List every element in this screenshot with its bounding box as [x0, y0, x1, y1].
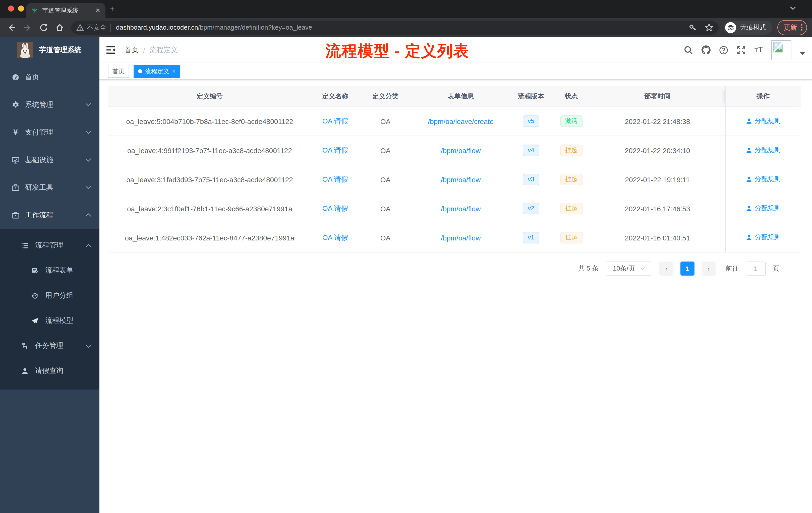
form-info-link[interactable]: /bpm/oa/flow — [441, 234, 481, 242]
assign-rule-button[interactable]: 分配规则 — [746, 146, 781, 155]
sidebar-item-label: 基础设施 — [25, 155, 85, 164]
col-definition-category: 定义分类 — [359, 86, 412, 107]
sidebar-item-user-group[interactable]: 用户分组 — [0, 283, 99, 308]
sidebar-item-home[interactable]: 首页 — [0, 63, 99, 91]
not-secure-warning-icon[interactable] — [76, 24, 84, 31]
yen-icon: ¥ — [11, 128, 20, 136]
breadcrumb-current: 流程定义 — [150, 46, 178, 55]
deploy-time-cell: 2022-01-22 21:48:38 — [590, 107, 725, 136]
form-info-link[interactable]: /bpm/oa/leave/create — [428, 117, 494, 125]
sidebar-item-label: 请假查询 — [35, 366, 91, 375]
deploy-time-cell: 2022-01-22 19:19:11 — [590, 165, 725, 194]
pagination-total: 共 5 条 — [578, 264, 599, 273]
tab-close-icon[interactable]: ✕ — [95, 7, 100, 13]
incognito-badge: 无痕模式 — [724, 20, 772, 34]
table-row: oa_leave:3:1fad3d93-7b75-11ec-a3c8-acde4… — [108, 165, 801, 194]
forward-icon[interactable] — [23, 23, 32, 32]
category-cell: OA — [359, 136, 412, 165]
definition-name-link[interactable]: OA 请假 — [322, 233, 348, 241]
reload-icon[interactable] — [39, 23, 48, 32]
person-icon — [746, 147, 752, 154]
form-info-link[interactable]: /bpm/oa/flow — [441, 146, 481, 154]
url-host[interactable]: dashboard.yudao.iocoder.cn — [116, 24, 198, 31]
sidebar-item-workflow[interactable]: 工作流程 — [0, 201, 99, 229]
category-cell: OA — [359, 107, 412, 136]
sidebar-item-system[interactable]: 系统管理 — [0, 91, 99, 118]
status-badge: 挂起 — [560, 174, 582, 185]
definition-name-link[interactable]: OA 请假 — [322, 175, 348, 183]
sidebar-item-task-management[interactable]: 任务管理 — [0, 333, 99, 358]
sidebar-item-label: 流程模型 — [45, 316, 91, 325]
help-icon[interactable] — [719, 46, 728, 55]
sidebar-item-pay[interactable]: ¥ 支付管理 — [0, 118, 99, 146]
not-secure-label[interactable]: 不安全 — [87, 23, 107, 32]
browser-menu-icon[interactable] — [801, 24, 803, 31]
assign-rule-button[interactable]: 分配规则 — [746, 175, 781, 184]
url-path[interactable]: /bpm/manager/definition?key=oa_leave — [198, 24, 312, 31]
form-info-link[interactable]: /bpm/oa/flow — [441, 205, 481, 213]
avatar[interactable] — [771, 40, 791, 60]
update-label[interactable]: 更新 — [784, 23, 797, 32]
incognito-icon — [725, 22, 736, 33]
url-bar[interactable]: 不安全 dashboard.yudao.iocoder.cn/bpm/manag… — [71, 20, 719, 34]
form-info-link[interactable]: /bpm/oa/flow — [441, 175, 481, 183]
sidebar-item-process-model[interactable]: 流程模型 — [0, 308, 99, 333]
definition-name-link[interactable]: OA 请假 — [322, 146, 348, 154]
sidebar-item-leave-query[interactable]: 请假查询 — [0, 358, 99, 384]
bookmark-star-icon[interactable] — [704, 23, 714, 32]
next-page-button[interactable]: › — [701, 262, 716, 276]
github-icon[interactable] — [702, 46, 711, 55]
breadcrumb-home[interactable]: 首页 — [124, 46, 139, 55]
assign-rule-button[interactable]: 分配规则 — [746, 117, 781, 126]
deploy-time-cell: 2022-01-16 17:46:53 — [590, 194, 725, 223]
collapse-sidebar-icon[interactable] — [107, 46, 115, 54]
sidebar-item-devtools[interactable]: 研发工具 — [0, 174, 99, 201]
fullscreen-icon[interactable] — [737, 46, 746, 55]
chevron-down-icon — [85, 130, 91, 134]
col-definition-id: 定义编号 — [108, 86, 311, 107]
home-icon[interactable] — [55, 23, 64, 32]
browser-tab[interactable]: 芋道管理系统 ✕ — [26, 3, 106, 18]
status-badge: 挂起 — [560, 203, 582, 214]
prev-page-button[interactable]: ‹ — [659, 262, 673, 276]
status-badge: 挂起 — [560, 232, 582, 243]
goto-page-input[interactable] — [746, 262, 766, 276]
tab-list-caret-icon[interactable] — [790, 6, 796, 10]
current-page-button[interactable]: 1 — [680, 262, 695, 276]
person-icon — [746, 118, 752, 124]
definition-name-link[interactable]: OA 请假 — [322, 204, 348, 212]
tag-process-definition[interactable]: 流程定义 × — [134, 64, 180, 78]
sidebar-item-infra[interactable]: 基础设施 — [0, 146, 99, 174]
tag-home[interactable]: 首页 — [108, 64, 129, 78]
browser-update-button[interactable]: 更新 — [777, 20, 807, 35]
page-content: 定义编号 定义名称 定义分类 表单信息 流程版本 状态 部署时间 操作 oa_l — [99, 80, 812, 276]
user-menu-caret-icon[interactable] — [800, 52, 805, 55]
deploy-time-cell: 2022-01-22 20:34:10 — [590, 136, 725, 165]
sidebar-item-process-management[interactable]: 流程管理 — [0, 233, 99, 258]
person-icon — [21, 367, 29, 375]
top-navbar: 首页 / 流程定义 流程模型 - 定义列表 — [99, 37, 812, 63]
sidebar-item-process-form[interactable]: 流程表单 — [0, 258, 99, 283]
definition-name-link[interactable]: OA 请假 — [322, 117, 348, 125]
back-icon[interactable] — [7, 23, 16, 32]
minimize-window-button[interactable] — [18, 5, 24, 11]
status-badge: 激活 — [560, 116, 582, 127]
annotation-title: 流程模型 - 定义列表 — [325, 41, 469, 62]
table-row: oa_leave:2:3c1f0ef1-76b1-11ec-9c66-a2380… — [108, 194, 801, 223]
key-icon[interactable] — [689, 23, 697, 32]
font-size-icon[interactable]: TT — [754, 46, 763, 54]
definition-id-cell: oa_leave:2:3c1f0ef1-76b1-11ec-9c66-a2380… — [108, 194, 311, 223]
workflow-submenu: 流程管理 流程表单 — [0, 229, 99, 390]
assign-rule-button[interactable]: 分配规则 — [746, 233, 781, 242]
sidebar-logo-row[interactable]: 芋道管理系统 — [0, 37, 99, 63]
page-size-select[interactable]: 10条/页 — [606, 262, 652, 276]
screenshot-root: 芋道管理系统 ✕ + 不安全 da — [0, 0, 812, 513]
new-tab-button[interactable]: + — [110, 4, 115, 13]
definition-id-cell: oa_leave:5:004b710b-7b8a-11ec-8ef0-acde4… — [108, 107, 311, 136]
search-icon[interactable] — [684, 46, 693, 55]
close-window-button[interactable] — [8, 5, 14, 11]
tag-close-icon[interactable]: × — [172, 65, 175, 77]
assign-rule-button[interactable]: 分配规则 — [746, 204, 781, 213]
definition-id-cell: oa_leave:1:482ec033-762a-11ec-8477-a2380… — [108, 223, 311, 252]
active-tag-dot — [138, 69, 142, 73]
